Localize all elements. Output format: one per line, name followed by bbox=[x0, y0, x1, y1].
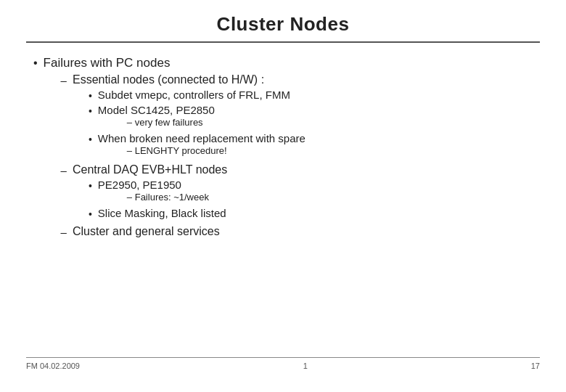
l2-text1: Subdet vmepc, controllers of FRL, FMM bbox=[98, 89, 290, 101]
dash3-text: Cluster and general services bbox=[73, 225, 220, 238]
bullet-icon: • bbox=[89, 180, 92, 192]
l2-text2: Model SC1425, PE2850 bbox=[98, 104, 215, 116]
list-item: • Subdet vmepc, controllers of FRL, FMM bbox=[89, 89, 305, 102]
indent-dash2: – LENGHTY procedure! bbox=[98, 145, 305, 156]
footer: FM 04.02.2009 1 17 bbox=[26, 357, 540, 370]
footer-page: 1 bbox=[303, 362, 308, 370]
sub-sub-list-1: • Subdet vmepc, controllers of FRL, FMM … bbox=[73, 89, 305, 158]
bullet-icon: • bbox=[89, 90, 92, 102]
indent-dash1: – very few failures bbox=[98, 117, 215, 128]
list-item: • Model SC1425, PE2850 – very few failur… bbox=[89, 104, 305, 130]
list-item: • When broken need replacement with spar… bbox=[89, 132, 305, 158]
dash-icon: – bbox=[61, 74, 67, 86]
indent-dash3: – Failures: ~1/week bbox=[98, 192, 209, 203]
bullet-icon: • bbox=[89, 105, 92, 117]
list-item: • Slice Masking, Black listed bbox=[89, 207, 227, 220]
sub-sub-list-2: • PE2950, PE1950 – Failures: ~1/week • bbox=[73, 179, 227, 220]
bullet-icon: • bbox=[89, 208, 92, 220]
l2-text4: PE2950, PE1950 bbox=[98, 179, 181, 191]
list-item: – Essential nodes (connected to H/W) : •… bbox=[61, 73, 305, 160]
slide: Cluster Nodes • Failures with PC nodes –… bbox=[0, 0, 566, 392]
list-item: • PE2950, PE1950 – Failures: ~1/week bbox=[89, 179, 227, 205]
list-item: – Central DAQ EVB+HLT nodes • PE2950, PE… bbox=[61, 163, 305, 222]
footer-number: 17 bbox=[531, 362, 540, 370]
l2-text3: When broken need replacement with spare bbox=[98, 132, 305, 144]
title-area: Cluster Nodes bbox=[26, 13, 540, 43]
list-item: • Failures with PC nodes – Essential nod… bbox=[33, 56, 540, 241]
footer-date: FM 04.02.2009 bbox=[26, 362, 80, 370]
l1-text: Failures with PC nodes bbox=[44, 56, 171, 70]
dash-icon: – bbox=[61, 164, 67, 176]
dash-icon: – bbox=[61, 226, 67, 238]
sub-list-1: – Essential nodes (connected to H/W) : •… bbox=[44, 73, 305, 238]
slide-title: Cluster Nodes bbox=[217, 13, 350, 35]
list-item: – Cluster and general services bbox=[61, 225, 305, 238]
dash2-text: Central DAQ EVB+HLT nodes bbox=[73, 163, 227, 176]
l2-text5: Slice Masking, Black listed bbox=[98, 207, 226, 219]
bullet-icon: • bbox=[89, 134, 92, 145]
content-area: • Failures with PC nodes – Essential nod… bbox=[26, 56, 540, 357]
bullet-icon: • bbox=[33, 57, 38, 70]
dash1-text: Essential nodes (connected to H/W) : bbox=[73, 73, 264, 86]
